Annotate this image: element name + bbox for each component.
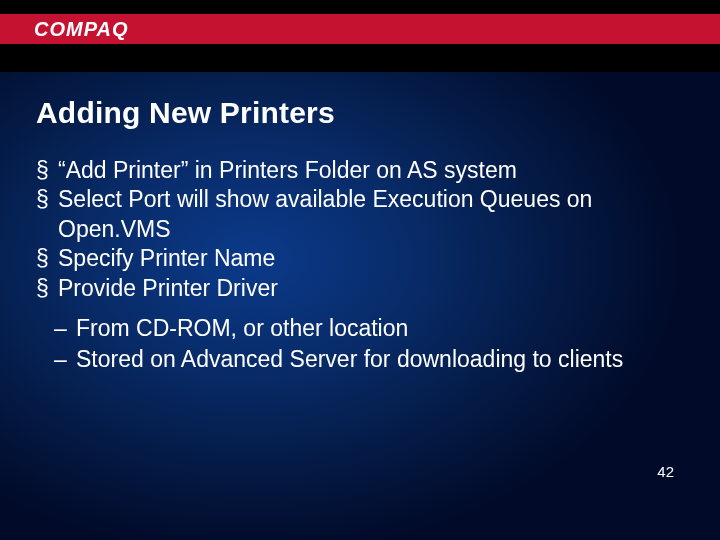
- page-number: 42: [657, 463, 674, 480]
- bullet-list: “Add Printer” in Printers Folder on AS s…: [36, 156, 684, 303]
- bullet-item: Provide Printer Driver: [36, 274, 684, 303]
- header-bar: COMPAQ: [0, 0, 720, 72]
- subbullet-item: From CD-ROM, or other location: [54, 313, 684, 343]
- subbullet-list: From CD-ROM, or other location Stored on…: [54, 313, 684, 374]
- subbullet-item: Stored on Advanced Server for downloadin…: [54, 344, 684, 374]
- slide-title: Adding New Printers: [36, 96, 684, 130]
- bullet-item: Select Port will show available Executio…: [36, 185, 684, 244]
- content-area: Adding New Printers “Add Printer” in Pri…: [0, 72, 720, 374]
- brand-logo: COMPAQ: [34, 14, 129, 44]
- bullet-item: Specify Printer Name: [36, 244, 684, 273]
- slide: COMPAQ Adding New Printers “Add Printer”…: [0, 0, 720, 540]
- bullet-item: “Add Printer” in Printers Folder on AS s…: [36, 156, 684, 185]
